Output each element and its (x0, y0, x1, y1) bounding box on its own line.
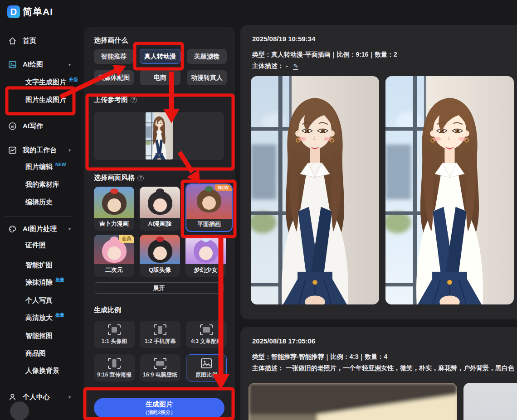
style-thumb-art (140, 187, 180, 218)
sidebar-item-portrait[interactable]: 个人写真 (0, 294, 81, 307)
style-thumb-flat-illustration[interactable]: NEW 平面插画 (185, 183, 233, 232)
expand-styles-button[interactable]: 展开 (94, 282, 224, 294)
result-timestamp: 2025/08/18 17:05:06 (252, 337, 315, 345)
crop-9-16-icon (107, 357, 121, 369)
subject-section-title: 选择画什么 (94, 36, 128, 45)
divider (5, 384, 72, 384)
upload-reference-area[interactable] (94, 112, 224, 160)
divider (5, 216, 72, 217)
sidebar-item-home[interactable]: 首页 (0, 34, 81, 47)
original-ratio-icon (200, 357, 213, 369)
upgrade-badge: 升级 (69, 77, 78, 83)
sidebar-item-id-photo[interactable]: 证件照 (0, 239, 81, 251)
result-images (251, 76, 514, 304)
ratio-tile-4-3[interactable]: 4:3 文章配图 (186, 321, 227, 348)
subject-button-real2anime[interactable]: 真人转动漫 (140, 49, 180, 64)
divider (5, 51, 72, 51)
sidebar-item-product[interactable]: 商品图 (0, 347, 81, 360)
result-images (249, 383, 517, 420)
style-section-title: 选择画面风格 ? (94, 174, 144, 182)
crop-1-1-icon (107, 324, 121, 336)
sidebar-group-workspace[interactable]: 我的工作台 ▾ (0, 144, 81, 156)
generate-button[interactable]: 生成图片 （消耗2积分） (94, 398, 224, 418)
app-logo[interactable]: D 简单AI (7, 5, 53, 18)
ratio-tile-9-16[interactable]: 9:16 宣传海报 (94, 354, 135, 381)
edit-description-icon[interactable]: ✎ (293, 63, 298, 70)
new-badge: NEW (55, 162, 66, 167)
result-card: 2025/08/19 10:59:34 类型：真人转动漫-平面插画｜比例：9:1… (240, 25, 517, 319)
ai-write-icon: AI (8, 122, 17, 130)
result-timestamp: 2025/08/19 10:59:34 (252, 35, 315, 43)
sidebar-item-bg-replace[interactable]: 人像换背景 (0, 364, 81, 377)
sidebar-item-img-edit[interactable]: 图片编辑 NEW (0, 160, 81, 173)
generated-image-2[interactable] (385, 76, 514, 304)
style-thumb-ai-comic-face[interactable]: AI漫画脸 (140, 187, 180, 231)
generated-image-2[interactable] (463, 383, 517, 420)
style-thumb-niji[interactable]: 会员 二次元 (94, 235, 134, 277)
chevron-down-icon[interactable]: ▾ (68, 62, 71, 67)
ratio-tile-1-1[interactable]: 1:1 头像图 (94, 321, 135, 348)
result-description: 主体描述： - ✎ (252, 62, 298, 70)
palette-icon (8, 225, 17, 233)
chevron-down-icon[interactable]: ▾ (68, 227, 71, 232)
help-icon[interactable]: ? (137, 175, 144, 181)
image-icon (8, 60, 17, 69)
sidebar-group-ai-draw[interactable]: AI绘图 ▾ (0, 58, 81, 71)
subject-button-anime2real[interactable]: 动漫转真人 (187, 70, 227, 85)
subject-button-media-image[interactable]: 自媒体配图 (94, 70, 134, 85)
sidebar-item-img2img[interactable]: 图片生成图片 (0, 93, 81, 106)
chevron-down-icon[interactable]: ▾ (68, 395, 71, 400)
ratio-section-title: 生成比例 (94, 306, 121, 314)
svg-text:AI: AI (11, 124, 14, 128)
ratio-tile-original[interactable]: 原图比例 (186, 354, 227, 381)
subject-button-beauty-filter[interactable]: 美颜滤镜 (187, 49, 227, 64)
sidebar-item-material[interactable]: 我的素材库 (0, 178, 81, 191)
results-panel: 2025/08/19 10:59:34 类型：真人转动漫-平面插画｜比例：9:1… (240, 0, 517, 420)
result-description: 主体描述： 一张做旧的老照片，一个年轻亚洲女性，微笑，朴实，麻花辫，户外背景，黑… (252, 364, 514, 372)
ratio-tile-1-2[interactable]: 1:2 手机屏幕 (140, 321, 180, 348)
generation-panel: 选择画什么 智能推荐 真人转动漫 美颜滤镜 自媒体配图 电商 动漫转真人 上传参… (84, 27, 235, 420)
result-meta: 类型：真人转动漫-平面插画｜比例：9:16｜数量：2 (252, 51, 397, 59)
workspace-icon (8, 146, 17, 154)
result-meta: 类型：智能推荐-智能推荐｜比例：4:3｜数量：4 (252, 353, 387, 361)
sidebar-item-history[interactable]: 编辑历史 (0, 196, 81, 208)
crop-16-9-icon (153, 357, 167, 369)
sidebar-group-ai-process[interactable]: AI图片处理 ▾ (0, 222, 81, 235)
sidebar-item-text2img[interactable]: 文字生成图片 升级 (0, 76, 81, 88)
batch-badge: 批量 (55, 312, 64, 319)
style-thumb-art (140, 235, 180, 264)
divider (5, 137, 72, 137)
new-badge: NEW (215, 184, 232, 191)
style-thumb-dreamy-girl[interactable]: 梦幻少女 (185, 235, 226, 277)
style-thumb-chibi-avatar[interactable]: Q版头像 (140, 235, 180, 277)
home-icon (8, 37, 17, 45)
person-icon (8, 393, 17, 401)
chevron-down-icon[interactable]: ▾ (68, 148, 71, 153)
subject-button-ecommerce[interactable]: 电商 (140, 70, 180, 85)
generated-image-1[interactable] (249, 383, 457, 420)
sidebar-group-personal[interactable]: 个人中心 ▾ (0, 391, 81, 403)
user-avatar[interactable] (10, 401, 29, 420)
logo-icon: D (7, 5, 20, 18)
result-card: 2025/08/18 17:05:06 类型：智能推荐-智能推荐｜比例：4:3｜… (240, 327, 517, 420)
crop-4-3-icon (200, 324, 213, 336)
upload-section-title: 上传参考图 ? (94, 96, 137, 104)
sidebar-item-ai-write[interactable]: AI AI写作 (0, 120, 81, 132)
style-thumb-art (185, 235, 226, 264)
subject-button-smart[interactable]: 智能推荐 (94, 49, 134, 64)
app-name: 简单AI (23, 5, 53, 18)
sidebar-item-erase[interactable]: 涂抹消除 批量 (0, 276, 81, 289)
style-thumb-art (94, 187, 134, 218)
sidebar-item-cutout[interactable]: 智能抠图 (0, 329, 81, 342)
batch-badge: 批量 (55, 277, 64, 283)
generated-image-1[interactable] (251, 76, 379, 304)
uploaded-reference-photo[interactable] (146, 112, 173, 159)
crop-1-2-icon (153, 324, 167, 336)
sidebar-item-upscale[interactable]: 高清放大 批量 (0, 311, 81, 324)
style-thumb-ghibli[interactable]: 吉卜力漫画 (94, 187, 134, 231)
sidebar: D 简单AI 首页 AI绘图 ▾ 文字生成图片 升级 图片生成图片 AI AI写… (0, 0, 81, 420)
ratio-tile-16-9[interactable]: 16:9 电脑壁纸 (140, 354, 180, 381)
help-icon[interactable]: ? (131, 97, 137, 103)
vip-badge: 会员 (119, 235, 134, 243)
sidebar-item-smart-expand[interactable]: 智能扩图 (0, 259, 81, 271)
